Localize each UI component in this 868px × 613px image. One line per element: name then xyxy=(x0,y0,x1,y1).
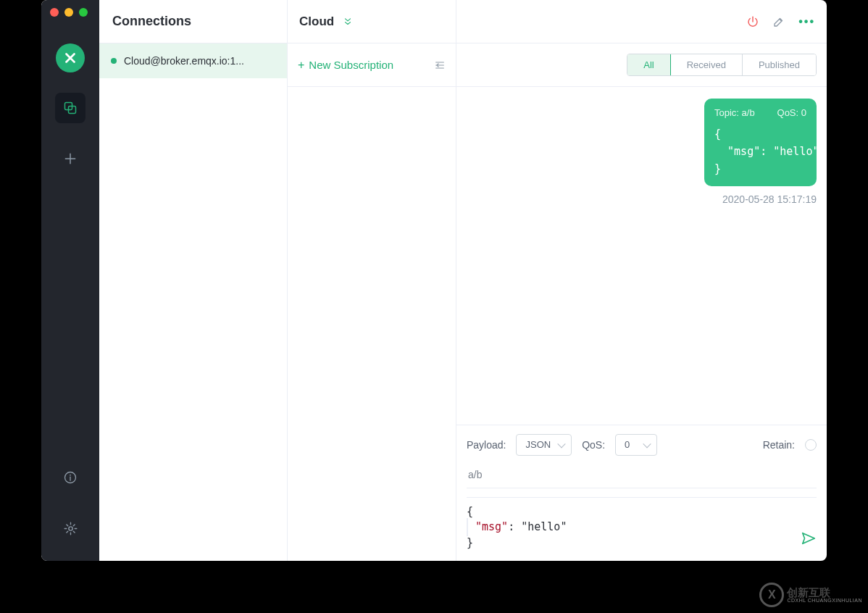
more-button[interactable]: ••• xyxy=(798,15,815,28)
watermark-logo-icon: X xyxy=(759,583,784,607)
app-logo xyxy=(56,43,85,72)
message-bubble-out: Topic: a/b QoS: 0 { "msg": "hello" } xyxy=(704,99,817,186)
new-subscription-label: New Subscription xyxy=(309,59,393,71)
connection-item[interactable]: Cloud@broker.emqx.io:1... xyxy=(99,43,287,78)
collapse-subscriptions-icon[interactable] xyxy=(434,59,446,71)
message-body: { "msg": "hello" } xyxy=(714,125,806,178)
filter-tab-published[interactable]: Published xyxy=(743,54,816,75)
svg-point-3 xyxy=(70,475,71,476)
connection-label: Cloud@broker.emqx.io:1... xyxy=(124,55,244,67)
payload-format-select[interactable]: JSON xyxy=(516,434,572,456)
filter-tabs: All Received Published xyxy=(627,54,817,76)
message-timestamp: 2020-05-28 15:17:19 xyxy=(467,193,817,205)
add-icon xyxy=(63,151,78,166)
message-meta: Topic: a/b QoS: 0 xyxy=(714,107,806,118)
connections-icon xyxy=(63,101,78,115)
svg-point-4 xyxy=(68,526,72,530)
filter-tab-all[interactable]: All xyxy=(627,54,670,75)
filter-tab-received[interactable]: Received xyxy=(671,54,743,75)
nav-connections[interactable] xyxy=(55,93,85,123)
publish-panel: Payload: JSON QoS: 0 Retain: { "msg": "h… xyxy=(456,425,827,562)
edit-icon xyxy=(772,15,785,28)
plus-icon: + xyxy=(298,59,304,71)
nav-rail xyxy=(41,0,99,561)
close-window-icon[interactable] xyxy=(50,8,59,17)
nav-info[interactable] xyxy=(55,462,85,493)
connection-header: Cloud xyxy=(288,0,456,43)
topic-input[interactable] xyxy=(467,464,817,488)
retain-toggle[interactable] xyxy=(805,439,817,451)
connection-name: Cloud xyxy=(299,14,334,29)
retain-label: Retain: xyxy=(763,439,795,451)
payload-label: Payload: xyxy=(467,439,506,451)
main-panel: ••• All Received Published Topic: a/b Qo… xyxy=(456,0,827,561)
qos-label: QoS: xyxy=(582,439,605,451)
message-topic: Topic: a/b xyxy=(714,107,755,118)
power-icon xyxy=(746,15,759,28)
send-button[interactable] xyxy=(801,530,817,546)
message-qos: QoS: 0 xyxy=(777,107,806,118)
watermark-sub: CDXHL CHUANGXINHULIAN xyxy=(787,598,862,603)
expand-icon[interactable] xyxy=(343,17,353,27)
nav-settings[interactable] xyxy=(55,513,85,543)
status-dot-icon xyxy=(111,58,117,64)
new-subscription-button[interactable]: + New Subscription xyxy=(298,59,393,71)
watermark: X 创新互联 CDXHL CHUANGXINHULIAN xyxy=(759,583,862,607)
minimize-window-icon[interactable] xyxy=(64,8,73,17)
edit-button[interactable] xyxy=(772,15,785,28)
message-filter-bar: All Received Published xyxy=(456,43,827,87)
qos-select[interactable]: 0 xyxy=(615,434,657,456)
send-icon xyxy=(801,530,817,546)
maximize-window-icon[interactable] xyxy=(79,8,88,17)
window-controls xyxy=(50,8,88,17)
subscriptions-toolbar: + New Subscription xyxy=(288,43,456,87)
watermark-name: 创新互联 xyxy=(787,587,862,599)
connections-panel: Connections Cloud@broker.emqx.io:1... xyxy=(99,0,288,561)
payload-editor[interactable]: { "msg": "hello" } xyxy=(467,497,817,550)
publish-options-row: Payload: JSON QoS: 0 Retain: xyxy=(467,434,817,456)
settings-icon xyxy=(63,521,78,536)
subscriptions-panel: Cloud + New Subscription xyxy=(288,0,456,561)
nav-add[interactable] xyxy=(55,143,85,174)
disconnect-button[interactable] xyxy=(746,15,759,28)
connections-title: Connections xyxy=(99,0,287,43)
connection-toolbar: ••• xyxy=(456,0,827,43)
app-window: Connections Cloud@broker.emqx.io:1... Cl… xyxy=(41,0,827,561)
message-list: Topic: a/b QoS: 0 { "msg": "hello" } 202… xyxy=(456,87,827,425)
info-icon xyxy=(63,470,78,485)
